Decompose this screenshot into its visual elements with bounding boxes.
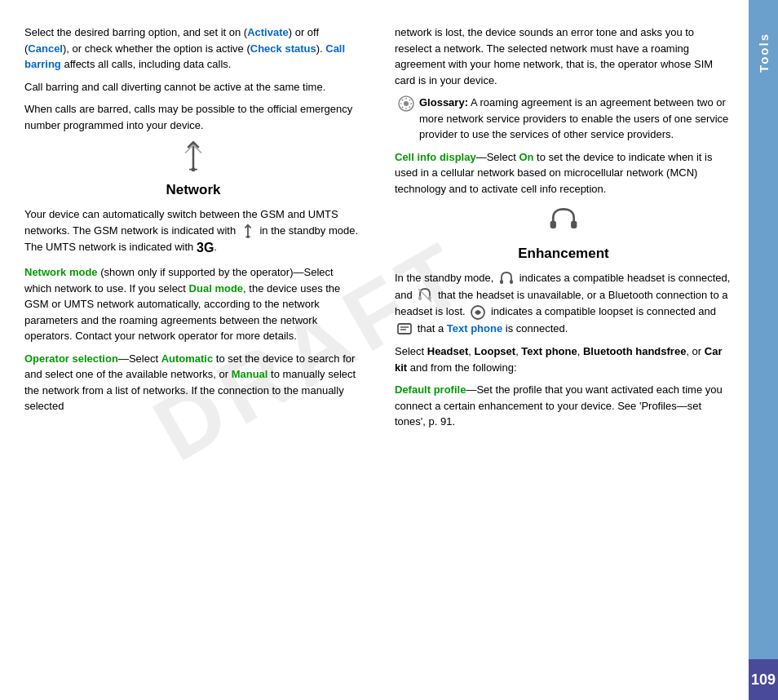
gsm-icon [241,224,255,238]
svg-line-8 [409,107,410,108]
on-label: On [519,151,533,163]
para-network-mode: Network mode (shown only if supported by… [24,264,362,344]
para-default-profile: Default profile—Set the profile that you… [395,382,732,430]
main-content: Select the desired barring option, and s… [0,0,749,700]
operator-selection-label: Operator selection [24,352,118,365]
umts-3g-icon: 3G [197,241,214,255]
para-call-barring-2: Call barring and call diverting cannot b… [24,79,362,95]
svg-point-11 [404,101,409,106]
svg-rect-12 [550,221,556,228]
headset-connected-icon [498,271,515,287]
para-emergency: When calls are barred, calls may be poss… [24,101,362,133]
page-number-box: 109 [749,659,778,700]
para-operator-selection: Operator selection—Select Automatic to s… [24,351,362,414]
para-cell-info: Cell info display—Select On to set the d… [395,149,732,197]
svg-rect-14 [500,280,503,284]
phone-link: phone [471,322,502,334]
para-roaming: network is lost, the device sounds an er… [395,24,732,88]
activate-link: Activate [247,26,289,38]
para-gsm-umts: Your device can automatically switch bet… [24,206,362,258]
svg-rect-15 [510,280,513,284]
manual-link: Manual [232,368,268,380]
right-sidebar: Tools 109 [749,0,778,700]
para-select-enhancement: Select Headset, Loopset, Text phone, Blu… [395,343,732,375]
network-section-icon [24,140,362,172]
cell-info-label: Cell info display [395,151,476,163]
glossary-box: Glossary: A roaming agreement is an agre… [395,95,732,143]
svg-rect-16 [418,296,422,300]
enhancement-section-icon [395,203,732,236]
default-profile-label: Default profile [395,383,466,396]
svg-rect-13 [571,221,577,228]
glossary-bold: Glossary: [419,96,468,109]
sidebar-tools-label: Tools [757,33,771,73]
headset-label: Headset [427,345,469,357]
para-standby-mode: In the standby mode, indicates a compati… [395,270,732,337]
text-link: Text [447,322,468,334]
glossary-text: Glossary: A roaming agreement is an agre… [419,95,732,143]
svg-line-9 [409,100,410,100]
para-barring: Select the desired barring option, and s… [24,24,362,73]
headset-unavailable-icon [417,287,433,303]
cancel-link: Cancel [28,42,63,55]
right-column: network is lost, the device sounds an er… [387,24,732,676]
text-phone-label: Text phone [521,345,577,357]
check-status-link: Check status [250,42,316,55]
page-number: 109 [751,671,776,689]
svg-rect-20 [398,324,411,334]
dual-mode-link: Dual mode [189,282,243,295]
textphone-connected-icon [396,321,413,337]
svg-line-7 [402,100,403,100]
bluetooth-label: Bluetooth handsfree [583,345,686,357]
page-container: DRAFT Select the desired barring option,… [0,0,778,700]
network-heading: Network [24,182,362,198]
svg-line-10 [402,107,403,108]
glossary-icon [398,95,414,143]
automatic-link: Automatic [161,352,214,365]
left-column: Select the desired barring option, and s… [24,24,370,676]
loopset-label: Loopset [475,345,516,357]
enhancement-heading: Enhancement [395,246,732,262]
loopset-icon [470,304,486,321]
network-mode-label: Network mode [24,266,98,278]
